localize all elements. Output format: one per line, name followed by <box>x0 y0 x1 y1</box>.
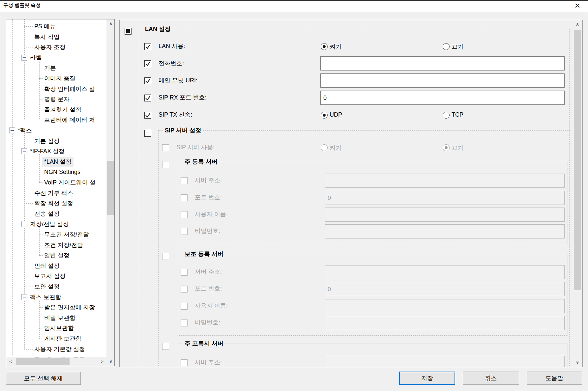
tree-item-기본[interactable]: 기본 <box>6 63 106 73</box>
tree-item-사용자-조정[interactable]: 사용자 조정 <box>6 42 106 52</box>
tree-collapse-icon[interactable] <box>21 55 27 61</box>
tree-item-PS-메뉴[interactable]: PS 메뉴 <box>6 21 106 31</box>
tree-item-프린터에-데이터-저[interactable]: 프린터에 데이터 저 <box>6 115 106 125</box>
tree-connector <box>39 89 43 89</box>
tree-item-수신-거부-팩스[interactable]: 수신 거부 팩스 <box>6 188 106 198</box>
tree-vscroll-thumb[interactable] <box>107 161 114 215</box>
tree-item-label: 받은 편지함에 저장 <box>44 302 95 312</box>
field-checkbox[interactable] <box>144 43 151 50</box>
tree-item-게시판-보관함[interactable]: 게시판 보관함 <box>6 334 106 344</box>
tree-item-팩스-보관함[interactable]: 팩스 보관함 <box>6 292 106 302</box>
radio-label: 켜기 <box>330 144 341 152</box>
tree-item-label: *팩스 <box>18 126 32 135</box>
tree-item-label: 조건 저장/전달 <box>44 240 83 250</box>
lan-group-master-checkbox[interactable] <box>125 28 132 35</box>
tree-connector <box>24 193 33 193</box>
tree-item-label: 무조건 저장/전달 <box>44 230 89 239</box>
tree-collapse-icon[interactable] <box>21 294 27 300</box>
tree-item-이미지-품질[interactable]: 이미지 품질 <box>6 73 106 83</box>
tree-item-인쇄-설정[interactable]: 인쇄 설정 <box>6 261 106 271</box>
sip-server-use-checkbox <box>162 144 169 151</box>
tree-item-전송-설정[interactable]: 전송 설정 <box>6 209 106 219</box>
lan-settings-group-label: LAN 설정 <box>143 25 173 33</box>
settings-tree-panel: PS 메뉴복사 작업사용자 조정라벨기본이미지 품질확장 인터페이스 설명령 문… <box>6 19 115 366</box>
tree-collapse-icon[interactable] <box>9 127 15 133</box>
tree-item-label: 인쇄 설정 <box>34 261 60 271</box>
tree-item-일반-설정[interactable]: 일반 설정 <box>6 250 106 260</box>
radio-켜기[interactable] <box>321 43 328 50</box>
tree-item-VoIP-게이트웨이-설[interactable]: VoIP 게이트웨이 설 <box>6 178 106 187</box>
radio-TCP[interactable] <box>443 112 450 119</box>
tree-connector <box>39 235 43 235</box>
main-vscroll-thumb[interactable] <box>574 30 581 290</box>
field-checkbox[interactable] <box>144 77 151 84</box>
help-button[interactable]: 도움말 <box>527 372 582 385</box>
tree-item-저장-전달-설정[interactable]: 저장/전달 설정 <box>6 219 106 229</box>
server-field-label: 서버 주소: <box>195 268 222 275</box>
field-input[interactable]: 0 <box>320 91 565 105</box>
main-scroll-up-icon[interactable]: ∧ <box>573 20 582 29</box>
tree-item-명령-문자[interactable]: 명령 문자 <box>6 94 106 104</box>
minus-glyph <box>23 224 26 224</box>
main-scroll-down-icon[interactable]: ∨ <box>573 358 582 367</box>
server-group-1-label: 보조 등록 서버 <box>183 250 225 258</box>
server-field-label: 비밀번호: <box>195 319 220 326</box>
tree-scroll-down-icon[interactable]: ∨ <box>106 357 114 366</box>
tree-item--팩스[interactable]: *팩스 <box>6 126 106 135</box>
minus-glyph <box>23 297 26 297</box>
field-input[interactable] <box>320 73 565 88</box>
field-label: 전화번호: <box>159 60 184 67</box>
tree-item--IP-FAX-설정[interactable]: *IP-FAX 설정 <box>6 146 106 156</box>
tree-item-보고서-설정[interactable]: 보고서 설정 <box>6 271 106 281</box>
tree-connector <box>24 37 33 37</box>
radio-dot <box>445 146 448 149</box>
tree-item-사용자-기본값-설정[interactable]: 사용자 기본값 설정 <box>6 344 106 354</box>
tree-item-즐겨찾기-설정[interactable]: 즐겨찾기 설정 <box>6 105 106 115</box>
tree-item-기본-설정[interactable]: 기본 설정 <box>6 136 106 146</box>
tree-item-label: 전송 설정 <box>34 209 60 219</box>
tree-item-label: VoIP 게이트웨이 설 <box>44 178 96 187</box>
server-field-input <box>325 265 565 279</box>
tree-hscroll-thumb[interactable] <box>16 358 70 365</box>
tree-item-확장-회선-설정[interactable]: 확장 회선 설정 <box>6 198 106 208</box>
server-field-input <box>325 356 565 367</box>
tree-scroll-left-icon[interactable]: < <box>6 357 15 366</box>
tree-item-무조건-저장-전달[interactable]: 무조건 저장/전달 <box>6 230 106 239</box>
close-icon[interactable]: ✕ <box>572 1 583 11</box>
field-checkbox[interactable] <box>144 60 151 67</box>
tree-item-복사-작업[interactable]: 복사 작업 <box>6 32 106 42</box>
tree-item-받은-편지함에-저장[interactable]: 받은 편지함에 저장 <box>6 302 106 312</box>
field-checkbox[interactable] <box>144 112 151 119</box>
check-icon <box>145 95 151 101</box>
tree-collapse-icon[interactable] <box>21 148 27 154</box>
server-field-checkbox <box>181 269 188 276</box>
tree-item-label: 이미지 품질 <box>44 73 75 83</box>
tree-connector <box>39 182 43 183</box>
tree-scroll-right-icon[interactable]: > <box>98 357 106 366</box>
tree-item-label: 보안 설정 <box>34 282 60 292</box>
tree-item-NGN-Settings[interactable]: NGN Settings <box>6 167 106 177</box>
tree-scroll-up-icon[interactable]: ∧ <box>106 19 114 28</box>
save-button-label: 저장 <box>400 374 455 382</box>
tree-item--LAN-설정[interactable]: *LAN 설정 <box>6 157 106 167</box>
save-button[interactable]: 저장 <box>399 372 455 385</box>
field-input[interactable] <box>320 56 565 70</box>
tree-item-확장-인터페이스-설[interactable]: 확장 인터페이스 설 <box>6 84 106 94</box>
minus-glyph <box>23 57 26 58</box>
tree-item-라벨[interactable]: 라벨 <box>6 53 106 63</box>
deselect-all-button[interactable]: 모두 선택 해제 <box>6 372 81 385</box>
server-group-checkbox <box>162 343 169 350</box>
tree-collapse-icon[interactable] <box>21 221 27 227</box>
tree-item-임시보관함[interactable]: 임시보관함 <box>6 323 106 333</box>
radio-끄기[interactable] <box>443 43 450 50</box>
tree-item-보안-설정[interactable]: 보안 설정 <box>6 282 106 292</box>
radio-label: UDP <box>330 111 342 118</box>
tree-item-조건-저장-전달[interactable]: 조건 저장/전달 <box>6 240 106 250</box>
cancel-button[interactable]: 취소 <box>463 372 519 385</box>
sip-group-checkbox[interactable] <box>144 130 151 137</box>
help-button-label: 도움말 <box>527 374 582 382</box>
tree-item-비밀-보관함[interactable]: 비밀 보관함 <box>6 313 106 323</box>
radio-UDP[interactable] <box>321 112 328 119</box>
field-checkbox[interactable] <box>144 95 151 101</box>
cancel-button-label: 취소 <box>463 374 519 382</box>
